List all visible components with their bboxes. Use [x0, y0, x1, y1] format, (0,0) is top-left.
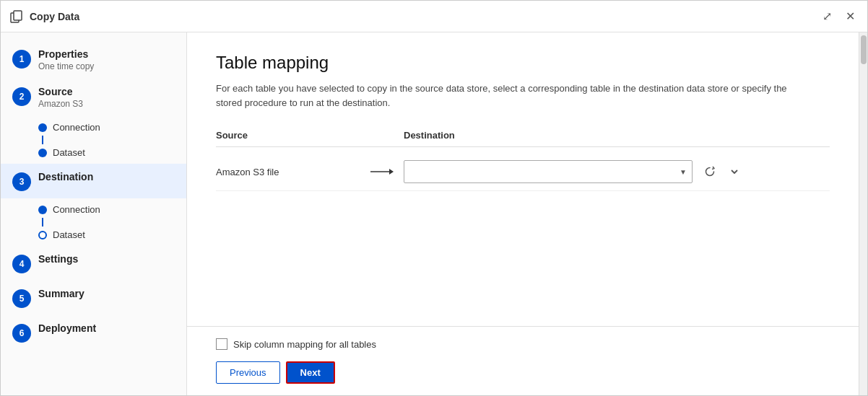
expand-button[interactable]: ⤢ [818, 8, 836, 25]
mapping-arrow-icon [360, 166, 404, 177]
mapping-source-header: Source [216, 130, 404, 141]
step-text-properties: Properties One time copy [38, 48, 94, 71]
step-label-destination: Destination [38, 171, 93, 182]
mapping-destination-header: Destination [404, 130, 455, 141]
panel-description: For each table you have selected to copy… [216, 82, 808, 110]
step-label-settings: Settings [38, 253, 78, 265]
previous-button[interactable]: Previous [216, 361, 280, 384]
mapping-source-value: Amazon S3 file [216, 167, 360, 177]
mapping-row: Amazon S3 file ▼ [216, 153, 830, 191]
destination-dropdown[interactable] [404, 160, 693, 183]
step-number-1: 1 [12, 50, 31, 69]
destination-dataset-label: Dataset [53, 229, 85, 240]
svg-rect-1 [14, 11, 22, 20]
expand-row-button[interactable] [726, 163, 743, 180]
step-text-destination: Destination [38, 171, 93, 182]
svg-marker-3 [389, 169, 394, 175]
copy-data-icon [9, 9, 24, 24]
source-sub-items: Connection Dataset [1, 116, 186, 164]
step-sublabel-source: Amazon S3 [38, 99, 83, 109]
refresh-button[interactable] [701, 163, 719, 180]
destination-dataset-dot [38, 231, 47, 239]
source-connection-label: Connection [53, 122, 100, 133]
step-sublabel-properties: One time copy [38, 61, 94, 71]
destination-connection-item[interactable]: Connection [38, 201, 186, 218]
step-number-4: 4 [12, 255, 31, 273]
scrollbar-thumb[interactable] [861, 35, 867, 64]
source-dataset-item[interactable]: Dataset [38, 144, 186, 161]
sidebar-item-summary[interactable]: 5 Summary [1, 281, 186, 315]
panel-scroll: Table mapping For each table you have se… [187, 32, 859, 326]
step-text-settings: Settings [38, 253, 78, 265]
destination-dataset-item[interactable]: Dataset [38, 226, 186, 243]
mapping-action-buttons [701, 163, 743, 180]
navigation-buttons: Previous Next [216, 361, 830, 384]
main-content: 1 Properties One time copy 2 Source Amaz… [1, 32, 867, 395]
skip-label: Skip column mapping for all tables [233, 339, 376, 350]
source-connection-item[interactable]: Connection [38, 119, 186, 136]
step-label-properties: Properties [38, 48, 94, 60]
step-number-3: 3 [12, 172, 31, 191]
sidebar-item-settings[interactable]: 4 Settings [1, 246, 186, 281]
sidebar: 1 Properties One time copy 2 Source Amaz… [1, 32, 187, 395]
step-label-source: Source [38, 86, 83, 97]
destination-connector [42, 218, 43, 226]
sidebar-item-destination[interactable]: 3 Destination [1, 164, 186, 198]
destination-connection-label: Connection [53, 204, 100, 215]
source-connection-dot [38, 123, 47, 132]
step-text-deployment: Deployment [38, 322, 96, 334]
sidebar-item-deployment[interactable]: 6 Deployment [1, 315, 186, 350]
panel-title: Table mapping [216, 53, 830, 73]
step-text-summary: Summary [38, 288, 84, 299]
step-label-deployment: Deployment [38, 322, 96, 334]
step-number-2: 2 [12, 87, 31, 106]
source-connector [42, 136, 43, 144]
copy-data-window: Copy Data ⤢ ✕ 1 Properties One time copy [0, 0, 868, 396]
close-button[interactable]: ✕ [841, 8, 859, 25]
main-panel: Table mapping For each table you have se… [187, 32, 859, 395]
skip-column-mapping-row: Skip column mapping for all tables [216, 338, 830, 350]
title-bar: Copy Data ⤢ ✕ [1, 1, 867, 32]
step-number-5: 5 [12, 289, 31, 308]
window-controls: ⤢ ✕ [818, 8, 859, 25]
mapping-table-header: Source Destination [216, 130, 830, 147]
window-title: Copy Data [30, 11, 818, 22]
bottom-area: Skip column mapping for all tables Previ… [187, 326, 859, 395]
sidebar-item-properties[interactable]: 1 Properties One time copy [1, 41, 186, 79]
source-dataset-label: Dataset [53, 147, 85, 158]
source-dataset-dot [38, 149, 47, 157]
next-button[interactable]: Next [286, 361, 335, 384]
step-number-6: 6 [12, 324, 31, 343]
skip-checkbox[interactable] [216, 338, 227, 350]
mapping-destination-select[interactable]: ▼ [404, 160, 693, 183]
step-label-summary: Summary [38, 288, 84, 299]
sidebar-item-source[interactable]: 2 Source Amazon S3 [1, 79, 186, 116]
destination-sub-items: Connection Dataset [1, 198, 186, 246]
step-text-source: Source Amazon S3 [38, 86, 83, 109]
window-scrollbar[interactable] [859, 32, 867, 395]
destination-connection-dot [38, 206, 47, 214]
